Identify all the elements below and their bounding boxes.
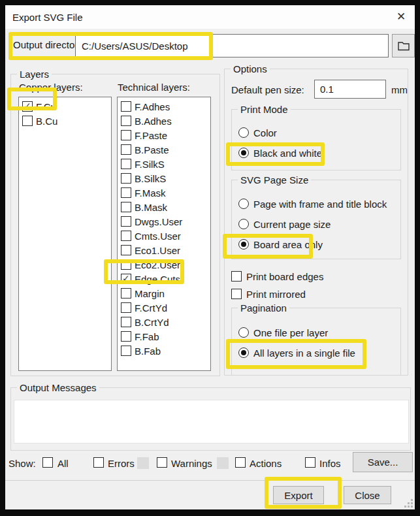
checkbox-icon[interactable] bbox=[22, 101, 33, 112]
layer-item[interactable]: Eco2.User bbox=[118, 257, 210, 272]
checkbox-label: Print board edges bbox=[246, 271, 323, 282]
layer-label: Margin bbox=[135, 288, 165, 299]
svg-page-size-group: SVG Page Size Page with frame and title … bbox=[231, 180, 401, 259]
dialog-title: Export SVG File bbox=[5, 12, 83, 23]
layer-label: Eco1.User bbox=[135, 245, 180, 256]
output-directory-value: C:/Users/ASUS/Desktop bbox=[82, 40, 188, 52]
layer-item[interactable]: Eco1.User bbox=[118, 243, 210, 257]
layer-item[interactable]: F.Cu bbox=[19, 99, 111, 114]
errors-color-swatch bbox=[137, 457, 149, 469]
checkbox-icon[interactable] bbox=[121, 216, 131, 227]
checkbox-icon[interactable] bbox=[121, 346, 131, 356]
checkbox-icon[interactable] bbox=[121, 317, 131, 327]
layer-item[interactable]: B.Paste bbox=[118, 142, 210, 157]
show-errors-label: Errors bbox=[108, 458, 135, 469]
pen-size-input[interactable]: 0.1 bbox=[314, 80, 386, 99]
radio-icon[interactable] bbox=[238, 127, 249, 138]
pen-size-unit: mm bbox=[391, 84, 408, 95]
layer-item[interactable]: B.CrtYd bbox=[118, 315, 210, 329]
radio-icon[interactable] bbox=[238, 239, 249, 250]
layer-item[interactable]: Edge.Cuts bbox=[118, 272, 210, 286]
radio-label: Board area only bbox=[253, 239, 323, 250]
layer-label: F.Fab bbox=[135, 331, 159, 342]
radio-option-all-layers-single-file[interactable]: All layers in a single file bbox=[238, 347, 400, 359]
layer-item[interactable]: B.Mask bbox=[118, 200, 210, 214]
layer-item[interactable]: F.Paste bbox=[118, 128, 210, 142]
export-button[interactable]: Export bbox=[273, 486, 324, 504]
layer-item[interactable]: F.Fab bbox=[118, 329, 210, 344]
checkbox-icon[interactable] bbox=[121, 144, 131, 155]
checkbox-icon[interactable] bbox=[121, 259, 131, 270]
checkbox-icon[interactable] bbox=[121, 130, 131, 140]
close-button[interactable]: Close bbox=[344, 486, 391, 504]
layer-item[interactable]: B.Cu bbox=[19, 114, 111, 128]
radio-option-board-area-only[interactable]: Board area only bbox=[238, 238, 400, 250]
checkbox-icon[interactable] bbox=[121, 331, 131, 342]
radio-icon[interactable] bbox=[238, 347, 249, 358]
checkbox-icon[interactable] bbox=[121, 159, 131, 169]
radio-label: All layers in a single file bbox=[253, 347, 355, 359]
layer-item[interactable]: Margin bbox=[118, 286, 210, 300]
radio-option-one-file-per-layer[interactable]: One file per layer bbox=[238, 327, 400, 338]
options-checkboxes: Print board edges Print mirrored bbox=[225, 270, 408, 300]
resize-grip-icon[interactable] bbox=[403, 498, 413, 508]
layer-item[interactable]: F.CrtYd bbox=[118, 300, 210, 315]
radio-icon[interactable] bbox=[238, 219, 249, 229]
checkbox-icon[interactable] bbox=[121, 245, 131, 255]
layer-item[interactable]: B.SilkS bbox=[118, 171, 210, 185]
layer-item[interactable]: B.Fab bbox=[118, 344, 210, 358]
technical-layers-label: Technical layers: bbox=[118, 82, 190, 93]
radio-icon[interactable] bbox=[238, 148, 249, 158]
pen-size-value: 0.1 bbox=[320, 84, 334, 95]
pen-size-label: Default pen size: bbox=[231, 84, 304, 95]
svg-page-size-group-label: SVG Page Size bbox=[238, 174, 311, 185]
radio-icon[interactable] bbox=[238, 327, 249, 338]
radio-option-page-with-frame[interactable]: Page with frame and title block bbox=[238, 198, 400, 210]
checkbox-icon[interactable] bbox=[22, 116, 33, 126]
layer-item[interactable]: F.Mask bbox=[118, 185, 210, 200]
browse-directory-button[interactable] bbox=[392, 34, 415, 57]
title-bar: Export SVG File ✕ bbox=[5, 5, 415, 29]
layer-item[interactable]: B.Adhes bbox=[118, 114, 210, 128]
checkbox-icon[interactable] bbox=[121, 202, 131, 212]
radio-option-current-page-size[interactable]: Current page size bbox=[238, 218, 400, 230]
checkbox-icon[interactable] bbox=[93, 457, 104, 468]
checkbox-icon[interactable] bbox=[42, 457, 53, 468]
radio-option-black-and-white[interactable]: Black and white bbox=[238, 147, 400, 159]
layer-label: F.Cu bbox=[36, 101, 56, 112]
warnings-color-swatch bbox=[217, 457, 229, 469]
checkbox-icon[interactable] bbox=[231, 289, 242, 299]
layer-item[interactable]: Dwgs.User bbox=[118, 214, 210, 229]
radio-icon[interactable] bbox=[238, 199, 249, 209]
layers-group: Layers Copper layers: F.Cu B.Cu Technica… bbox=[10, 74, 220, 376]
print-board-edges-checkbox[interactable]: Print board edges bbox=[231, 270, 408, 282]
checkbox-icon[interactable] bbox=[231, 271, 242, 282]
layer-label: B.Paste bbox=[135, 144, 169, 155]
checkbox-icon[interactable] bbox=[121, 187, 131, 198]
checkbox-icon[interactable] bbox=[121, 101, 131, 112]
technical-layers-list[interactable]: F.Adhes B.Adhes F.Paste B.Paste F.SilkS … bbox=[117, 97, 211, 371]
output-directory-input[interactable]: C:/Users/ASUS/Desktop bbox=[75, 34, 389, 57]
checkbox-icon[interactable] bbox=[121, 302, 131, 313]
checkbox-icon[interactable] bbox=[157, 457, 167, 468]
checkbox-icon[interactable] bbox=[121, 231, 131, 241]
layer-item[interactable]: F.SilkS bbox=[118, 157, 210, 171]
layer-item[interactable]: F.Adhes bbox=[118, 99, 210, 114]
layer-item[interactable]: Cmts.User bbox=[118, 229, 210, 243]
radio-option-color[interactable]: Color bbox=[238, 127, 400, 138]
checkbox-icon[interactable] bbox=[121, 116, 131, 126]
checkbox-icon[interactable] bbox=[121, 288, 131, 298]
save-button[interactable]: Save... bbox=[353, 452, 413, 472]
output-messages-group-label: Output Messages bbox=[17, 382, 99, 393]
copper-layers-list[interactable]: F.Cu B.Cu bbox=[18, 97, 112, 371]
export-svg-dialog: Export SVG File ✕ Output directory: C:/U… bbox=[5, 5, 415, 509]
show-infos-label: Infos bbox=[319, 458, 341, 469]
radio-label: Current page size bbox=[253, 219, 331, 230]
checkbox-icon[interactable] bbox=[305, 457, 315, 468]
checkbox-icon[interactable] bbox=[235, 457, 246, 468]
close-icon[interactable]: ✕ bbox=[393, 9, 409, 25]
checkbox-icon[interactable] bbox=[121, 173, 131, 184]
checkbox-icon[interactable] bbox=[121, 274, 131, 284]
output-messages-area[interactable] bbox=[14, 400, 409, 443]
print-mirrored-checkbox[interactable]: Print mirrored bbox=[231, 288, 408, 300]
